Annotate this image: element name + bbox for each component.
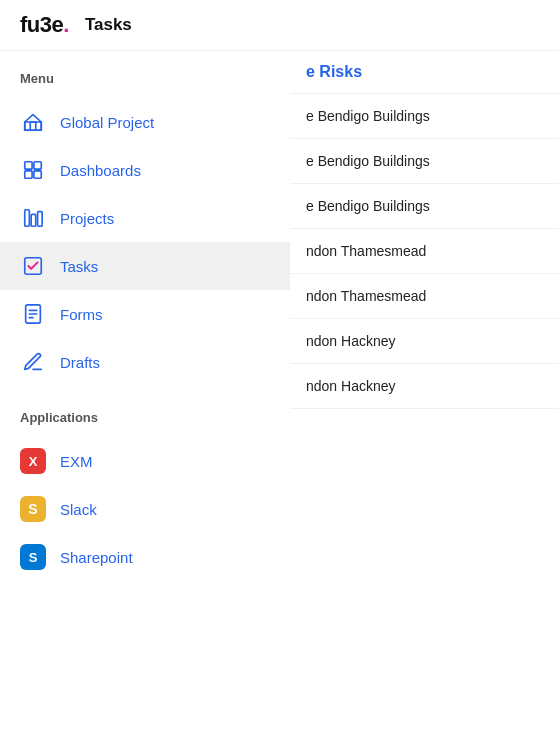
sidebar-item-label: Global Project	[60, 114, 154, 131]
table-row: ndon Thamesmead	[290, 229, 559, 274]
svg-rect-6	[31, 214, 36, 226]
table-row: ndon Hackney	[290, 319, 559, 364]
exm-icon: X	[20, 448, 46, 474]
main-layout: Menu Global Project	[0, 51, 559, 736]
sidebar-item-global-project[interactable]: Global Project	[0, 98, 290, 146]
content-header: e Risks	[290, 51, 559, 94]
table-row: e Bendigo Buildings	[290, 94, 559, 139]
logo-dot: .	[63, 12, 69, 37]
table-row: ndon Hackney	[290, 364, 559, 409]
forms-icon	[20, 301, 46, 327]
svg-rect-0	[25, 122, 42, 130]
svg-rect-3	[25, 171, 32, 178]
sidebar-item-label: Slack	[60, 501, 97, 518]
sidebar-item-slack[interactable]: S Slack	[0, 485, 290, 533]
table-row: e Bendigo Buildings	[290, 139, 559, 184]
sidebar-item-label: Sharepoint	[60, 549, 133, 566]
sidebar-item-label: Forms	[60, 306, 103, 323]
sidebar-item-label: Drafts	[60, 354, 100, 371]
menu-section-label: Menu	[0, 71, 290, 98]
table-row: e Bendigo Buildings	[290, 184, 559, 229]
sharepoint-icon: S	[20, 544, 46, 570]
divider	[0, 386, 290, 402]
sidebar-item-drafts[interactable]: Drafts	[0, 338, 290, 386]
drafts-icon	[20, 349, 46, 375]
sidebar-item-label: Tasks	[60, 258, 98, 275]
app-logo: fu3e.	[20, 12, 69, 38]
sidebar-item-label: Dashboards	[60, 162, 141, 179]
content-rows: e Bendigo Buildingse Bendigo Buildingse …	[290, 94, 559, 409]
sidebar: Menu Global Project	[0, 51, 290, 736]
svg-rect-2	[34, 162, 41, 169]
sidebar-item-label: Projects	[60, 210, 114, 227]
svg-rect-5	[25, 210, 30, 227]
content-panel: e Risks e Bendigo Buildingse Bendigo Bui…	[290, 51, 559, 736]
sidebar-item-projects[interactable]: Projects	[0, 194, 290, 242]
sidebar-item-forms[interactable]: Forms	[0, 290, 290, 338]
svg-rect-4	[34, 171, 41, 178]
page-title: Tasks	[85, 15, 132, 35]
sidebar-item-sharepoint[interactable]: S Sharepoint	[0, 533, 290, 581]
sidebar-item-label: EXM	[60, 453, 93, 470]
app-header: fu3e. Tasks	[0, 0, 559, 51]
svg-rect-7	[38, 212, 43, 227]
sidebar-item-tasks[interactable]: Tasks	[0, 242, 290, 290]
svg-rect-1	[25, 162, 32, 169]
slack-icon: S	[20, 496, 46, 522]
sidebar-item-dashboards[interactable]: Dashboards	[0, 146, 290, 194]
dashboard-icon	[20, 157, 46, 183]
home-icon	[20, 109, 46, 135]
content-section-title: e Risks	[306, 63, 543, 81]
table-row: ndon Thamesmead	[290, 274, 559, 319]
sidebar-item-exm[interactable]: X EXM	[0, 437, 290, 485]
tasks-icon	[20, 253, 46, 279]
projects-icon	[20, 205, 46, 231]
apps-section-label: Applications	[0, 402, 290, 437]
